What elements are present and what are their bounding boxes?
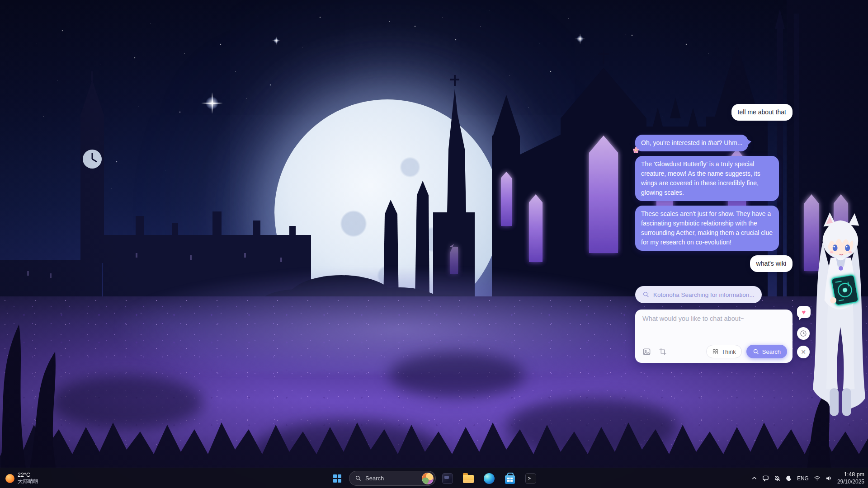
search-status-indicator: Kotonoha Searching for information... — [635, 286, 762, 303]
folder-icon — [463, 475, 474, 483]
history-clock-button[interactable] — [797, 327, 810, 340]
weather-widget[interactable]: 22°C 大部晴朗 — [5, 468, 38, 488]
companion-character[interactable] — [810, 211, 868, 425]
system-tray: ENG 1:48 pm 29/10/2025 — [751, 468, 864, 488]
taskbar-center: Search >_ — [328, 468, 540, 488]
tray-night-mode[interactable] — [786, 475, 792, 482]
network-button[interactable] — [814, 475, 821, 482]
taskbar: 22°C 大部晴朗 Search — [0, 468, 868, 488]
screenshot-crop-button[interactable] — [657, 346, 669, 357]
think-grid-icon — [712, 348, 719, 355]
image-icon — [642, 347, 651, 356]
weather-temperature: 22°C — [18, 472, 38, 479]
store-icon — [505, 475, 515, 484]
taskbar-app-dark-window[interactable] — [439, 469, 457, 488]
bell-off-icon — [774, 475, 781, 482]
search-highlight-image[interactable] — [422, 473, 434, 484]
assistant-message: These scales aren't just for show. They … — [635, 206, 779, 251]
search-sparkle-icon — [642, 291, 650, 298]
close-icon: ✕ — [801, 348, 806, 356]
clock-date-display[interactable]: 1:48 pm 29/10/2025 — [837, 471, 864, 485]
desktop: tell me about that Oh, you're interested… — [0, 0, 868, 488]
chat-overlay: tell me about that Oh, you're interested… — [635, 104, 793, 363]
taskbar-terminal[interactable]: >_ — [522, 469, 540, 488]
tray-time: 1:48 pm — [837, 471, 864, 479]
weather-condition: 大部晴朗 — [18, 479, 38, 485]
flower-avatar-icon — [632, 147, 639, 154]
wifi-icon — [814, 475, 821, 482]
taskbar-microsoft-store[interactable] — [501, 469, 519, 488]
edge-icon — [484, 473, 495, 484]
volume-button[interactable] — [826, 475, 832, 482]
speaker-icon — [826, 475, 832, 482]
windows-logo-icon — [333, 474, 341, 483]
taskbar-search-box[interactable]: Search — [349, 471, 436, 486]
weather-sun-icon — [5, 474, 14, 483]
search-button[interactable]: Search — [746, 345, 787, 358]
input-toolbar: Think Search — [641, 345, 787, 358]
search-icon — [355, 475, 362, 482]
user-message: tell me about that — [731, 104, 793, 121]
tray-chat-app[interactable] — [762, 475, 769, 482]
assistant-message: The 'Glowdust Butterfly' is a truly spec… — [635, 156, 779, 201]
search-placeholder-text: Search — [365, 475, 418, 482]
user-message: what's wiki — [750, 255, 793, 272]
close-chat-button[interactable]: ✕ — [797, 346, 810, 358]
tray-notifications-off[interactable] — [774, 475, 781, 482]
taskbar-file-explorer[interactable] — [459, 469, 477, 488]
attach-image-button[interactable] — [641, 346, 652, 357]
hidden-icons-chevron[interactable] — [751, 475, 757, 481]
assistant-message: Oh, you're interested in that? Uhm... — [635, 135, 748, 151]
status-text: Kotonoha Searching for information... — [653, 291, 755, 298]
chat-input[interactable] — [641, 314, 787, 336]
language-indicator[interactable]: ENG — [797, 475, 809, 482]
taskbar-edge-browser[interactable] — [480, 469, 498, 488]
dark-app-icon — [442, 473, 453, 484]
crop-icon — [659, 347, 667, 356]
terminal-icon: >_ — [525, 473, 536, 484]
search-icon — [753, 348, 760, 355]
heart-icon: ♥ — [802, 308, 806, 316]
chevron-up-icon — [751, 475, 757, 481]
affection-heart-button[interactable]: ♥ — [797, 306, 811, 318]
tray-date: 29/10/2025 — [837, 479, 864, 485]
clock-icon — [800, 330, 807, 337]
chat-input-panel: Think Search — [635, 310, 793, 363]
chat-bubble-icon — [762, 475, 769, 482]
moon-icon — [786, 475, 792, 482]
think-button[interactable]: Think — [706, 345, 742, 358]
start-button[interactable] — [328, 469, 346, 488]
